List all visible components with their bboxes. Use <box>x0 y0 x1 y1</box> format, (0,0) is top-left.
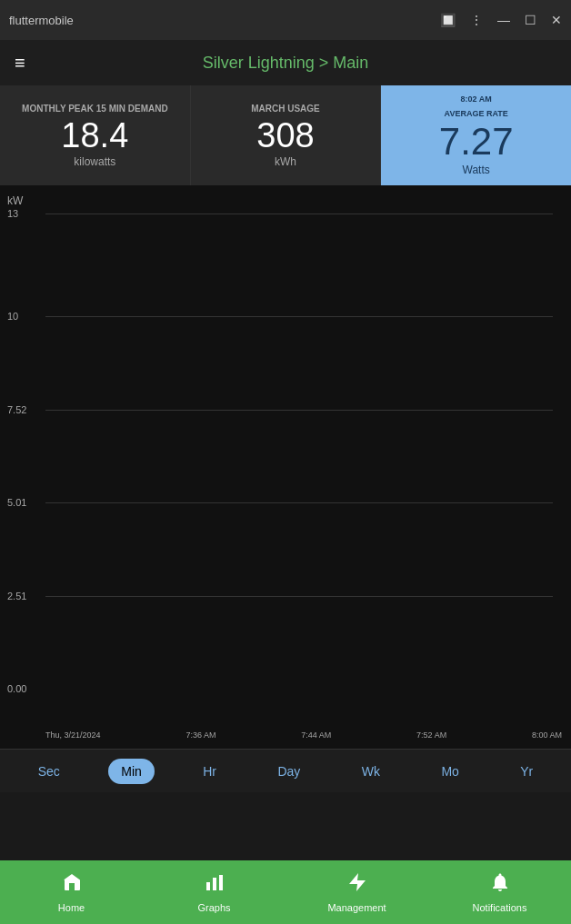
time-btn-wk[interactable]: Wk <box>349 759 393 784</box>
nav-management-label: Management <box>327 902 386 913</box>
nav-home-label: Home <box>58 902 85 913</box>
stat-monthly-unit: kilowatts <box>74 155 115 168</box>
grid-label-251: 2.51 <box>7 591 26 601</box>
home-icon <box>61 871 83 899</box>
time-btn-min[interactable]: Min <box>108 759 155 784</box>
stat-monthly-label: MONTHLY PEAK 15 MIN DEMAND <box>22 103 168 114</box>
minimize-icon[interactable]: — <box>497 13 510 27</box>
management-icon <box>346 871 368 899</box>
stat-rate-unit: Watts <box>463 164 490 176</box>
x-label-0: Thu, 3/21/2024 <box>45 730 101 740</box>
title-bar: fluttermobile 🔲 ⋮ — ☐ ✕ <box>0 0 571 40</box>
app-name: fluttermobile <box>9 14 74 27</box>
page-title: Silver Lightning > Main <box>203 54 369 73</box>
battery-icon: 🔲 <box>440 13 456 27</box>
grid-label-752: 7.52 <box>7 404 26 415</box>
x-label-4: 8:00 AM <box>532 730 562 740</box>
time-btn-yr[interactable]: Yr <box>507 759 546 784</box>
time-btn-day[interactable]: Day <box>265 759 313 784</box>
stat-march-usage: MARCH USAGE 308 kWh <box>191 85 382 185</box>
chart-bars <box>45 213 562 676</box>
nav-notifications[interactable]: Notifications <box>428 871 571 913</box>
stat-march-label: MARCH USAGE <box>251 103 320 114</box>
close-icon[interactable]: ✕ <box>551 13 562 27</box>
chart-y-label: kW <box>7 194 23 207</box>
time-btn-sec[interactable]: Sec <box>25 759 73 784</box>
grid-label-501: 5.01 <box>7 497 26 508</box>
nav-management[interactable]: Management <box>286 871 428 913</box>
more-icon[interactable]: ⋮ <box>470 13 483 27</box>
svg-rect-3 <box>219 875 223 890</box>
chart-area: kW 13 10 7.52 5.01 2.51 0.00 <box>0 185 571 749</box>
menu-button[interactable]: ≡ <box>15 53 25 74</box>
app-header: ≡ Silver Lightning > Main <box>0 40 571 85</box>
stats-row: MONTHLY PEAK 15 MIN DEMAND 18.4 kilowatt… <box>0 85 571 185</box>
x-label-1: 7:36 AM <box>185 730 215 740</box>
stat-monthly-value: 18.4 <box>61 118 128 153</box>
grid-label-13: 13 <box>7 208 18 219</box>
bottom-nav[interactable]: Home Graphs Management Notifications <box>0 860 571 924</box>
stat-rate-value: 7.27 <box>439 123 514 161</box>
svg-rect-0 <box>69 883 75 890</box>
stat-rate-label2: AVERAGE RATE <box>445 109 508 120</box>
svg-rect-2 <box>213 878 216 890</box>
time-btn-hr[interactable]: Hr <box>190 759 229 784</box>
svg-rect-1 <box>206 882 210 890</box>
stat-march-unit: kWh <box>275 155 296 168</box>
x-label-2: 7:44 AM <box>301 730 331 740</box>
grid-label-10: 10 <box>7 311 18 322</box>
nav-graphs-label: Graphs <box>197 902 230 913</box>
stat-rate-label1: 8:02 AM <box>461 94 492 105</box>
notifications-icon <box>489 871 511 899</box>
restore-icon[interactable]: ☐ <box>525 13 536 27</box>
stat-average-rate: 8:02 AM AVERAGE RATE 7.27 Watts <box>381 85 571 185</box>
time-btn-mo[interactable]: Mo <box>428 759 471 784</box>
time-buttons[interactable]: Sec Min Hr Day Wk Mo Yr <box>0 749 571 792</box>
nav-home[interactable]: Home <box>0 871 143 913</box>
graphs-icon <box>204 871 225 899</box>
stat-march-value: 308 <box>256 118 314 153</box>
grid-label-000: 0.00 <box>7 683 26 694</box>
x-label-3: 7:52 AM <box>416 730 446 740</box>
stat-monthly-peak: MONTHLY PEAK 15 MIN DEMAND 18.4 kilowatt… <box>0 85 191 185</box>
chart-svg <box>45 213 562 676</box>
window-controls[interactable]: 🔲 ⋮ — ☐ ✕ <box>440 13 562 27</box>
x-axis-labels: Thu, 3/21/2024 7:36 AM 7:44 AM 7:52 AM 8… <box>45 730 562 740</box>
nav-graphs[interactable]: Graphs <box>143 871 286 913</box>
nav-notifications-label: Notifications <box>473 902 527 913</box>
